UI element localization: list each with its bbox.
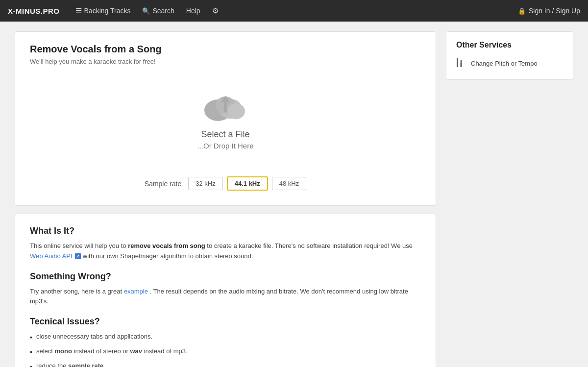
list-item: reduce the sample rate. [30,361,421,367]
technical-list: close unnecessary tabs and applications.… [30,332,421,367]
settings-icon: ⚙ [212,6,219,15]
search-icon: 🔍 [142,7,150,15]
something-wrong-text: Try another song, here is a great exampl… [30,287,421,307]
svg-rect-7 [461,62,462,67]
cloud-upload-icon [201,87,250,123]
navbar-item-backing-tracks[interactable]: ☰ Backing Tracks [70,0,137,22]
svg-point-3 [227,103,245,119]
info-panel: What Is It? This online service will hel… [15,214,436,367]
list-item: select mono instead of stereo or wav ins… [30,346,421,357]
auth-button[interactable]: 🔒 Sign In / Sign Up [518,7,580,15]
lock-icon: 🔒 [518,7,526,15]
technical-issues-title: Tecnical Issues? [30,317,421,327]
list-item: close unnecessary tabs and applications. [30,332,421,343]
pitch-tempo-label: Change Pitch or Tempo [471,60,538,67]
svg-rect-5 [457,60,458,67]
ext-link-icon: ↗ [75,253,81,259]
sample-rate-row: Sample rate 32 kHz 44.1 kHz 48 kHz [30,176,421,191]
other-services-title: Other Services [456,41,563,49]
pitch-tempo-icon [456,58,466,69]
auth-label: Sign In / Sign Up [529,7,580,15]
svg-rect-8 [461,60,462,62]
help-label: Help [186,7,200,15]
backing-tracks-label: Backing Tracks [84,7,131,15]
upload-title: Remove Vocals from a Song [30,44,421,55]
svg-rect-6 [457,58,458,60]
search-label: Search [152,7,174,15]
brand-logo[interactable]: X-MINUS.PRO [8,7,60,15]
other-services-panel: Other Services Change Pitch or Tempo [446,31,573,80]
sample-rate-48[interactable]: 48 kHz [272,177,306,190]
navbar-item-search[interactable]: 🔍 Search [136,0,180,22]
web-audio-api-link[interactable]: Web Audio API [30,252,73,260]
what-is-it-text: This online service will help you to rem… [30,241,421,262]
file-upload-area[interactable]: Select a File ...Or Drop It Here [30,77,421,171]
navbar: X-MINUS.PRO ☰ Backing Tracks 🔍 Search He… [0,0,588,22]
navbar-item-settings[interactable]: ⚙ [206,0,224,22]
what-is-it-title: What Is It? [30,226,421,236]
sidebar-right: Other Services Change Pitch or Tempo [446,31,573,367]
sample-rate-32[interactable]: 32 kHz [188,177,222,190]
navbar-item-help[interactable]: Help [180,0,206,22]
drop-it-here-text: ...Or Drop It Here [197,142,253,150]
menu-icon: ☰ [75,6,82,15]
select-file-text: Select a File [201,129,249,140]
sample-rate-label: Sample rate [145,180,181,188]
upload-panel: Remove Vocals from a Song We'll help you… [15,31,436,206]
service-pitch-tempo[interactable]: Change Pitch or Tempo [456,56,563,71]
something-wrong-title: Something Wrong? [30,271,421,282]
upload-subtitle: We'll help you make a karaoke track for … [30,58,421,65]
sample-rate-441[interactable]: 44.1 kHz [227,176,268,191]
example-link[interactable]: example [124,288,148,295]
